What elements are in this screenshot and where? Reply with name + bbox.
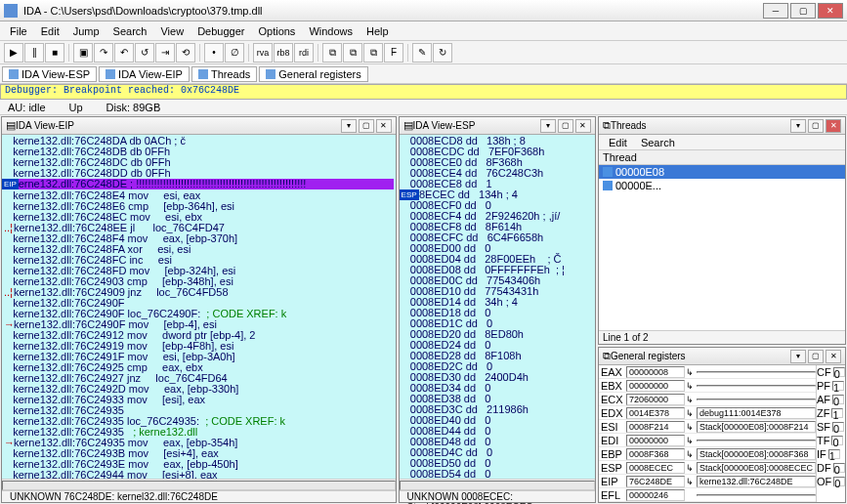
registers-icon: ⧉ — [603, 350, 611, 362]
flag-row[interactable]: TF0 — [817, 434, 845, 447]
rdi-button[interactable]: rdi — [294, 43, 314, 63]
register-row[interactable]: EDI00000000↳ — [599, 434, 816, 447]
debugger-status-bar: Debugger: Breakpoint reached: 0x76C248DE — [0, 84, 847, 100]
pause-button[interactable]: ‖ — [24, 43, 44, 63]
register-row[interactable]: EIP76C248DE↳kerne132.dll:76C248DE — [599, 475, 816, 488]
menu-view[interactable]: View — [154, 23, 190, 39]
menu-debugger[interactable]: Debugger — [191, 23, 250, 39]
pane-close-button[interactable]: ✕ — [826, 350, 841, 363]
pane-buttons: ▾ ▢ ✕ — [341, 119, 392, 133]
tab-label: Threads — [211, 68, 250, 80]
tabbar: IDA View-ESP IDA View-EIP Threads Genera… — [0, 64, 847, 84]
app-icon — [4, 4, 18, 18]
edit-button[interactable]: ✎ — [412, 43, 432, 63]
threads-icon: ⧉ — [603, 119, 611, 132]
toolbar-sep — [407, 44, 408, 62]
stack-view[interactable]: 0008ECD8 dd 138h ; 8 0008ECDC dd 7EF0F36… — [400, 135, 595, 479]
window-button-3[interactable]: ⧉ — [363, 43, 383, 63]
pane-menu-button[interactable]: ▾ — [341, 119, 357, 133]
pane-buttons: ▾ ▢ ✕ — [790, 350, 841, 363]
threads-pane: ⧉ Threads ▾ ▢ ✕ Edit Search Thread 00000… — [598, 116, 846, 345]
disasm-line[interactable]: kerne132.dll:76C24944 mov [esi+8], eax — [4, 470, 394, 479]
step-button[interactable]: ⇥ — [155, 43, 175, 63]
flag-row[interactable]: IF1 — [817, 447, 845, 461]
flag-row[interactable]: CF0 — [817, 365, 845, 379]
window-button-1[interactable]: ⧉ — [322, 43, 342, 63]
rva-button[interactable]: rva — [253, 43, 273, 63]
flag-row[interactable]: PF1 — [817, 379, 845, 393]
threads-menu-edit[interactable]: Edit — [603, 135, 633, 150]
pane-restore-button[interactable]: ▢ — [808, 350, 824, 363]
threads-list[interactable]: Thread 00000E0800000E... — [599, 150, 845, 330]
disasm-line[interactable]: EIP kerne132.dll:76C248DE ; !!!!!!!!!!!!… — [4, 179, 394, 189]
pane-close-button[interactable]: ✕ — [575, 119, 591, 133]
ida-icon — [9, 69, 19, 79]
register-row[interactable]: EAX00000008↳ — [599, 365, 816, 379]
run-to-cursor-button[interactable]: ↺ — [135, 43, 154, 63]
flag-row[interactable]: DF0 — [817, 461, 845, 475]
tab-general-registers[interactable]: General registers — [259, 66, 367, 82]
register-row[interactable]: EDX0014E378↳debug111:0014E378 — [599, 406, 816, 420]
flag-row[interactable]: AF0 — [817, 393, 845, 406]
register-row[interactable]: ESI0008F214↳Stack[00000E08]:0008F214 — [599, 420, 816, 434]
menu-file[interactable]: File — [4, 23, 33, 39]
register-row[interactable]: ESP0008ECEC↳Stack[00000E08]:0008ECEC — [599, 461, 816, 475]
register-row[interactable]: EBX00000000↳ — [599, 379, 816, 393]
f-button[interactable]: F — [384, 43, 403, 63]
stack-line[interactable]: 0008ED54 dd 0 — [402, 469, 593, 479]
stop-button[interactable]: ■ — [45, 43, 64, 63]
threads-column-header[interactable]: Thread — [599, 150, 845, 165]
maximize-button[interactable]: ▢ — [790, 3, 816, 19]
pane-title: General registers — [611, 351, 790, 361]
register-row[interactable]: EBP0008F368↳Stack[00000E08]:0008F368 — [599, 447, 816, 461]
step-out-button[interactable]: ↶ — [114, 43, 134, 63]
refresh-button[interactable]: ⟲ — [176, 43, 195, 63]
step-over-button[interactable]: ▣ — [73, 43, 93, 63]
au-status: AU: idle — [8, 102, 46, 113]
rb8-button[interactable]: rb8 — [274, 43, 293, 63]
pane-menu-button[interactable]: ▾ — [540, 119, 556, 133]
register-row[interactable]: EFL00000246 — [599, 488, 816, 502]
disassembly-view[interactable]: kerne132.dll:76C248DA db 0ACh ; č kerne1… — [2, 135, 396, 479]
flag-row[interactable]: SF0 — [817, 420, 845, 434]
pane-close-button[interactable]: ✕ — [826, 119, 841, 133]
window-title: IDA - C:\Users\psd\Downloads\cryptoo\379… — [23, 5, 763, 17]
close-button[interactable]: ✕ — [818, 3, 843, 19]
right-column: ⧉ Threads ▾ ▢ ✕ Edit Search Thread 00000… — [597, 115, 847, 504]
thread-row[interactable]: 00000E08 — [599, 165, 845, 179]
threads-menu-search[interactable]: Search — [635, 135, 681, 150]
pane-header: ⧉ General registers ▾ ▢ ✕ — [599, 348, 845, 365]
clear-button[interactable]: ∅ — [225, 43, 244, 63]
step-into-button[interactable]: ↷ — [94, 43, 113, 63]
pane-close-button[interactable]: ✕ — [376, 119, 392, 133]
horizontal-scrollbar[interactable] — [2, 479, 396, 490]
pane-menu-button[interactable]: ▾ — [790, 119, 806, 133]
run-button[interactable]: ▶ — [4, 43, 23, 63]
tab-label: IDA View-EIP — [118, 68, 183, 80]
registers-view[interactable]: EAX00000008↳EBX00000000↳ECX72060000↳EDX0… — [599, 365, 845, 502]
menu-windows[interactable]: Windows — [303, 23, 359, 39]
reload-button[interactable]: ↻ — [433, 43, 452, 63]
pane-restore-button[interactable]: ▢ — [359, 119, 374, 133]
window-button-2[interactable]: ⧉ — [343, 43, 362, 63]
flag-row[interactable]: ZF1 — [817, 406, 845, 420]
tab-ida-view-eip[interactable]: IDA View-EIP — [99, 66, 190, 82]
minimize-button[interactable]: ─ — [763, 3, 788, 19]
menu-jump[interactable]: Jump — [67, 23, 106, 39]
menu-search[interactable]: Search — [107, 23, 153, 39]
window-buttons: ─ ▢ ✕ — [763, 3, 843, 19]
pane-restore-button[interactable]: ▢ — [808, 119, 824, 133]
register-row[interactable]: ECX72060000↳ — [599, 393, 816, 406]
pane-menu-button[interactable]: ▾ — [790, 350, 806, 363]
flag-row[interactable]: OF0 — [817, 475, 845, 488]
menu-help[interactable]: Help — [360, 23, 395, 39]
horizontal-scrollbar[interactable] — [400, 479, 595, 490]
menu-options[interactable]: Options — [252, 23, 301, 39]
thread-row[interactable]: 00000E... — [599, 179, 845, 192]
tab-threads[interactable]: Threads — [191, 66, 257, 82]
breakpoint-button[interactable]: • — [204, 43, 224, 63]
tab-ida-view-esp[interactable]: IDA View-ESP — [2, 66, 97, 82]
menu-edit[interactable]: Edit — [35, 23, 65, 39]
pane-buttons: ▾ ▢ ✕ — [540, 119, 591, 133]
pane-restore-button[interactable]: ▢ — [558, 119, 573, 133]
